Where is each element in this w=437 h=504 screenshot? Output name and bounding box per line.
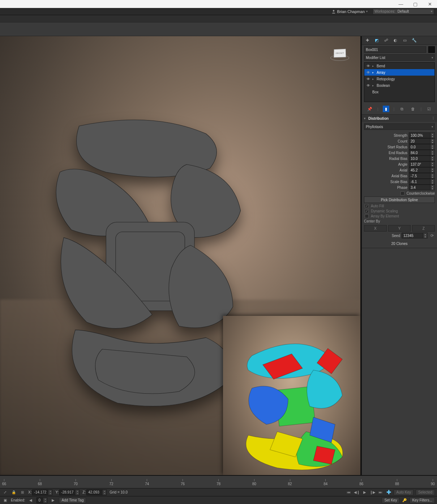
coord-display-icon[interactable]: ⊞ [20,490,25,495]
configure-sets-icon[interactable]: ☑ [426,106,432,112]
stack-item-base[interactable]: Box [364,89,434,95]
time-tick: 74 [145,479,149,486]
user-name-label: Brian Chapman [337,9,365,14]
modifier-list-dropdown[interactable]: Modifier List [364,54,435,61]
next-tag-icon[interactable]: ▶ [50,497,56,503]
status-bar-2: ▣ Enabled: ◀ 0▲▼ ▶ Add Time Tag Set Key … [0,496,437,504]
key-filters-button[interactable]: Key Filters... [410,497,435,503]
param-spinner[interactable]: 10.0▲▼ [409,156,435,161]
object-color-swatch[interactable] [428,46,435,53]
isolate-selection-icon[interactable]: ⤢ [2,490,8,495]
make-unique-icon[interactable]: ⧉ [399,106,405,112]
enabled-label: Enabled: [11,498,25,502]
distribution-type-dropdown[interactable]: Phyllotaxis [364,123,435,130]
visibility-icon[interactable]: 👁 [367,77,370,81]
rollout-menu-icon[interactable]: ⋮ [432,117,435,120]
stack-item-bend[interactable]: 👁▸ Bend [364,63,434,69]
seed-spinner[interactable]: 12345▲▼ [402,233,428,238]
param-spinner[interactable]: 84.0▲▼ [409,150,435,156]
stack-item-boolean[interactable]: 👁▸ Boolean [364,82,434,89]
tag-index-input[interactable]: 0▲▼ [37,497,47,503]
distribution-type-value: Phyllotaxis [366,125,383,129]
clone-count-readout: 20 Clones [364,240,435,246]
play-icon[interactable]: ▶ [362,490,368,495]
viewport[interactable]: FRONT [0,36,361,475]
axis-z-button[interactable]: Z [412,225,435,232]
x-coord-input[interactable]: -14.172▲▼ [32,490,52,495]
next-frame-icon[interactable]: ❙▶ [370,490,376,495]
y-coord-input[interactable]: -28.917▲▼ [59,490,80,495]
dynamic-scaling-checkbox[interactable]: ✓ [365,209,369,213]
modifier-stack[interactable]: 👁▸ Bend 👁▸ Array 👁▸ Retopology 👁▸ Boolea… [364,62,435,102]
workspace-value: Default [398,9,409,13]
param-spinner[interactable]: 3.4▲▼ [409,185,435,190]
key-mode-icon[interactable]: 🔑 [402,497,407,503]
create-tab-icon[interactable]: ✚ [364,37,370,44]
prev-frame-icon[interactable]: ◀❙ [354,490,360,495]
window-minimize-button[interactable]: — [394,0,408,8]
chevron-down-icon: ▾ [366,10,368,13]
goto-start-icon[interactable]: ⏮ [346,490,352,495]
set-key-button[interactable]: Set Key [382,497,399,503]
add-time-tag-button[interactable]: Add Time Tag [59,497,86,503]
pin-stack-icon[interactable]: 📌 [367,106,373,112]
visibility-icon[interactable]: 👁 [367,64,370,68]
viewcube-face-front[interactable]: FRONT [334,49,346,58]
param-spinner[interactable]: 137.0°▲▼ [409,161,435,167]
window-close-button[interactable]: ✕ [423,0,437,8]
window-maximize-button[interactable]: ▢ [408,0,423,8]
chevron-right-icon: ▸ [372,84,374,87]
axis-x-button[interactable]: X [364,225,387,232]
axis-y-button[interactable]: Y [388,225,411,232]
counterclockwise-checkbox[interactable] [400,191,404,195]
display-tab-icon[interactable]: ▭ [402,37,408,44]
show-end-result-icon[interactable]: ▮ [383,106,389,112]
stack-item-array[interactable]: 👁▸ Array [364,69,434,76]
signed-in-user[interactable]: Brian Chapman ▾ [331,9,368,14]
param-spinner[interactable]: 45.2▲▼ [409,167,435,173]
array-by-element-checkbox[interactable] [365,214,369,218]
auto-fill-checkbox[interactable]: ✓ [365,204,369,208]
param-spinner[interactable]: 100.0%▲▼ [409,132,435,138]
selection-lock-icon[interactable]: 🔒 [11,490,17,495]
visibility-icon[interactable]: 👁 [367,84,370,88]
auto-key-button[interactable]: Auto Key [394,490,414,495]
utilities-tab-icon[interactable]: 🔧 [411,37,417,44]
pick-distribution-spline-button[interactable]: Pick Distribution Spline [364,196,435,203]
param-spinner[interactable]: 20▲▼ [409,138,435,144]
param-spinner[interactable]: -7.5▲▼ [409,173,435,179]
z-coord-input[interactable]: 42.093▲▼ [86,490,107,495]
workspace-dropdown[interactable]: Workspaces: Default [373,9,434,14]
remove-modifier-icon[interactable]: 🗑 [410,106,416,112]
object-name-input[interactable] [364,46,426,53]
motion-tab-icon[interactable]: ◐ [392,37,399,44]
visibility-icon[interactable]: 👁 [367,71,370,75]
param-spinner[interactable]: 0.0▲▼ [409,144,435,150]
time-slider[interactable]: 66687072747678808284868890 [0,475,437,488]
param-value: 45.2 [411,168,417,172]
seed-randomize-icon[interactable]: ⟳ [429,233,435,238]
add-key-icon[interactable]: ✚ [386,490,391,495]
param-row: Start Radius0.0▲▼ [364,144,435,150]
time-tick: 86 [359,479,363,486]
prev-tag-icon[interactable]: ◀ [28,497,34,503]
command-panel: ✚ ◩ ☍ ◐ ▭ 🔧 Modifier List 👁▸ Bend [361,36,437,475]
stack-item-retopology[interactable]: 👁▸ Retopology [364,76,434,82]
time-tick: 72 [109,479,113,486]
hierarchy-tab-icon[interactable]: ☍ [383,37,389,44]
stack-item-label: Boolean [377,84,390,88]
grid-readout: Grid = 10.0 [110,490,128,494]
viewcube[interactable]: FRONT [330,43,350,63]
stack-item-label: Box [372,90,378,94]
seed-value: 12345 [403,234,414,238]
status-bar: ⤢ 🔒 ⊞ X: -14.172▲▼ Y: -28.917▲▼ Z: 42.09… [0,488,437,496]
rollout-header[interactable]: Distribution ⋮ [362,115,437,122]
param-spinner[interactable]: -6.1▲▼ [409,179,435,185]
time-tick: 66 [2,479,6,486]
modify-tab-icon[interactable]: ◩ [373,37,380,44]
svg-point-0 [333,10,334,12]
script-listener-icon[interactable]: ▣ [2,497,8,503]
selected-filter-button[interactable]: Selected [416,490,435,495]
user-icon [331,9,336,14]
goto-end-icon[interactable]: ⏭ [378,490,384,495]
